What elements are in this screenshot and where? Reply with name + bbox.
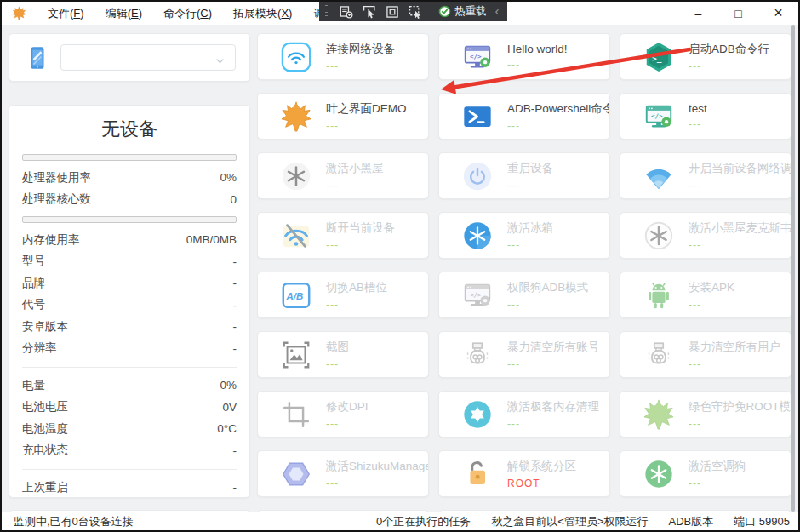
- hot-reload-indicator[interactable]: 热重载: [438, 4, 487, 19]
- extension-subtitle: ---: [689, 180, 787, 192]
- extension-card[interactable]: >_启动ADB命令行---: [620, 33, 791, 80]
- extension-card[interactable]: </>权限狗ADB模式---: [438, 272, 610, 318]
- extension-text: 截图---: [326, 340, 352, 370]
- extension-card[interactable]: 暴力清空所有账号---: [438, 331, 610, 378]
- info-label: 处理器核心数: [22, 192, 91, 207]
- extension-card[interactable]: 修改DPI---: [257, 391, 429, 438]
- info-label: 电量: [22, 378, 45, 393]
- maximize-button[interactable]: □: [718, 2, 758, 25]
- device-info-row: 内存使用率0MB/0MB: [22, 229, 237, 251]
- menu-item-4[interactable]: 拓展模块(X): [233, 6, 292, 21]
- info-label: 处理器使用率: [22, 170, 91, 186]
- info-label: 内存使用率: [22, 232, 80, 248]
- extension-card[interactable]: 连接网络设备---: [257, 33, 429, 80]
- extension-card[interactable]: 激活小黑屋麦克斯韦妖---: [620, 212, 791, 259]
- device-selector-combobox[interactable]: [60, 44, 236, 71]
- bomb-icon: [643, 339, 675, 371]
- menu-item-2[interactable]: 编辑(E): [106, 6, 142, 21]
- device-info-row: 分辨率-: [22, 338, 237, 360]
- info-label: 上次重启: [22, 480, 68, 495]
- scrollbar-thumb[interactable]: [791, 25, 795, 512]
- extension-card[interactable]: </>test---: [620, 93, 791, 140]
- info-label: 电池电压: [22, 399, 68, 415]
- extension-subtitle: ---: [326, 239, 395, 251]
- power-icon: [461, 160, 494, 192]
- select-element-icon[interactable]: [362, 4, 376, 19]
- device-status-title: 无设备: [22, 107, 237, 148]
- device-info-row: 处理器使用率0%: [22, 167, 237, 189]
- extension-card[interactable]: A/B切换AB槽位---: [257, 272, 429, 318]
- toolbar-collapse-icon[interactable]: ‹: [495, 3, 500, 18]
- extension-subtitle: ---: [689, 60, 769, 72]
- extension-card[interactable]: 开启当前设备网络调试---: [620, 152, 791, 199]
- extension-card[interactable]: 激活小黑屋---: [257, 152, 429, 199]
- device-info-row: 处理器核心数0: [22, 189, 237, 211]
- close-button[interactable]: ×: [758, 2, 798, 25]
- extension-title: 暴力清空所有用户: [689, 340, 780, 355]
- minimize-button[interactable]: –: [678, 2, 718, 25]
- extension-text: test---: [689, 102, 711, 130]
- extension-card[interactable]: 激活极客内存清理---: [438, 391, 610, 438]
- display-adorners-icon[interactable]: [385, 4, 399, 19]
- extension-subtitle: ---: [689, 358, 780, 370]
- extension-title: 安装APK: [689, 280, 734, 295]
- extension-card[interactable]: 绿色守护免ROOT模式---: [620, 391, 791, 438]
- extension-title: test: [689, 102, 707, 115]
- snowflake-blue-circle-icon: [461, 220, 494, 252]
- extension-title: 激活空调狗: [689, 459, 746, 474]
- menu-item-3[interactable]: 命令行(C): [163, 6, 212, 21]
- extension-subtitle: ---: [689, 239, 787, 251]
- extension-title: Hello world!: [507, 43, 568, 55]
- extension-card[interactable]: 激活ShizukuManager---: [257, 450, 429, 497]
- extension-card[interactable]: 断开当前设备---: [257, 212, 429, 259]
- info-label: 电池温度: [22, 421, 68, 437]
- extension-card[interactable]: 暴力清空所有用户---: [620, 331, 791, 378]
- device-selector-card: [9, 33, 250, 82]
- extension-card[interactable]: 激活冰箱---: [438, 212, 610, 259]
- device-info-list: 处理器使用率0%处理器核心数0内存使用率0MB/0MB型号-品牌-代号-安卓版本…: [22, 154, 237, 498]
- device-info-row: 型号-: [22, 251, 237, 273]
- extension-text: Hello world!---: [507, 43, 571, 71]
- extension-card[interactable]: 重启设备---: [438, 152, 610, 199]
- extension-title: 权限狗ADB模式: [507, 280, 588, 295]
- live-visual-tree-icon[interactable]: [339, 4, 353, 19]
- screenshot-icon: [280, 339, 312, 371]
- terminal-hexagon-icon: >_: [643, 41, 675, 73]
- bomb-icon: [461, 339, 494, 371]
- track-focus-icon[interactable]: [408, 4, 422, 19]
- extension-subtitle: ---: [326, 418, 369, 430]
- extension-card[interactable]: 叶之界面DEMO---: [257, 93, 429, 140]
- extension-card[interactable]: 截图---: [257, 331, 429, 378]
- extension-title: 启动ADB命令行: [689, 42, 769, 57]
- svg-text:>_: >_: [652, 54, 662, 63]
- maple-leaf-green-icon: [643, 398, 675, 431]
- extension-card[interactable]: ADB-Powershell命令行---: [438, 93, 610, 140]
- extension-subtitle: ROOT: [507, 478, 576, 489]
- menu-item-1[interactable]: 文件(F): [48, 6, 84, 21]
- device-info-row: 代号-: [22, 295, 237, 317]
- extension-text: 安装APK---: [689, 280, 738, 311]
- extension-title: 叶之界面DEMO: [326, 101, 407, 117]
- extension-text: 修改DPI---: [326, 399, 372, 430]
- info-value: -: [233, 255, 237, 268]
- extension-text: 叶之界面DEMO---: [326, 101, 410, 132]
- toolbar-separator: [431, 5, 431, 18]
- extension-card[interactable]: 安装APK---: [620, 272, 791, 318]
- extension-title: 切换AB槽位: [326, 280, 387, 295]
- extension-card[interactable]: 激活空调狗---: [620, 450, 791, 497]
- extension-title: 绿色守护免ROOT模式: [689, 399, 787, 415]
- window-controls: – □ ×: [678, 2, 798, 25]
- device-info-row: 品牌-: [22, 272, 237, 295]
- extension-text: 开启当前设备网络调试---: [689, 161, 791, 192]
- status-monitoring-text: 监测中,已有0台设备连接: [14, 514, 134, 529]
- extension-card[interactable]: </>Hello world!---: [438, 33, 610, 80]
- crop-icon: [280, 398, 312, 431]
- maple-leaf-orange-icon: [280, 100, 312, 133]
- extension-card[interactable]: 解锁系统分区ROOT: [438, 450, 610, 497]
- extension-subtitle: ---: [507, 299, 588, 311]
- status-item-4: 端口 59905: [734, 514, 790, 529]
- snowflake-outline-circle-icon: [643, 220, 675, 252]
- extension-subtitle: ---: [689, 118, 707, 130]
- extension-title: 激活小黑屋麦克斯韦妖: [689, 220, 787, 236]
- extension-text: 解锁系统分区ROOT: [507, 459, 580, 489]
